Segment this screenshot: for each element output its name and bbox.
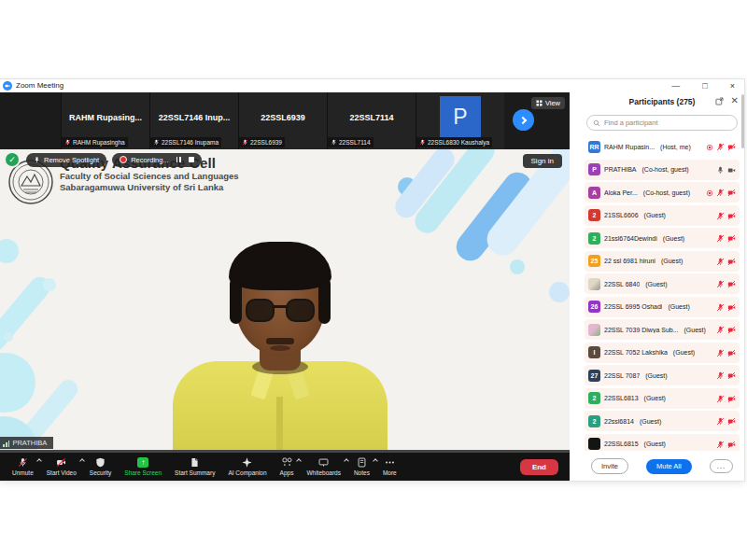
participant-row[interactable]: 2522 ssl 6981 hiruni(Guest): [585, 251, 740, 272]
participant-row[interactable]: I22SSL 7052 Lakshika(Guest): [585, 343, 740, 363]
speaker-video-feed: [170, 242, 390, 453]
recording-status-icon: [706, 184, 713, 201]
camera-off-icon[interactable]: [727, 230, 736, 246]
pause-recording-button[interactable]: [176, 157, 181, 162]
mic-off-icon[interactable]: [716, 436, 725, 452]
cam-off-icon: [56, 457, 66, 469]
minimize-button[interactable]: —: [671, 82, 680, 91]
participant-thumbnail[interactable]: 22SSL7146 Inup...22SSL7146 Inupama: [149, 92, 238, 149]
participant-row[interactable]: RRRAHM Rupasin...(Host, me): [585, 136, 740, 157]
participant-row[interactable]: AAloka Per...(Co-host, guest): [585, 182, 740, 203]
camera-off-icon[interactable]: [727, 207, 736, 224]
camera-off-icon[interactable]: [727, 275, 736, 292]
participant-row[interactable]: 222SSL6813(Guest): [585, 388, 740, 409]
stop-recording-button[interactable]: [189, 157, 194, 162]
mic-off-icon[interactable]: [716, 390, 725, 407]
start-video-button[interactable]: Start Video: [40, 453, 83, 481]
mic-off-icon: [18, 457, 28, 469]
mic-off-icon[interactable]: [716, 275, 725, 292]
end-meeting-button[interactable]: End: [520, 459, 558, 475]
camera-off-icon[interactable]: [727, 299, 736, 315]
mute-all-button[interactable]: Mute All: [646, 459, 692, 474]
participant-search[interactable]: [586, 115, 738, 131]
participant-row[interactable]: 222ssl6814(Guest): [585, 411, 740, 431]
mic-off-icon[interactable]: [716, 344, 725, 361]
thumbnail-name: RAHM Rupasing...: [69, 113, 142, 122]
sign-in-button[interactable]: Sign in: [523, 154, 562, 168]
search-input[interactable]: [604, 119, 731, 127]
panel-more-button[interactable]: ...: [710, 459, 733, 473]
camera-off-icon[interactable]: [727, 344, 736, 361]
close-button[interactable]: ×: [730, 82, 735, 91]
participant-avatar: 26: [588, 301, 600, 313]
unmute-button[interactable]: Unmute: [6, 453, 40, 481]
notes-button[interactable]: Notes: [347, 453, 376, 481]
participant-row[interactable]: 22SSL6815(Guest): [585, 434, 740, 452]
mic-on-icon[interactable]: [716, 161, 725, 178]
participant-row[interactable]: 2722SSL 7087(Guest): [585, 365, 740, 385]
remove-spotlight-button[interactable]: Remove Spotlight: [26, 153, 106, 167]
participant-thumbnail[interactable]: 22SSL693922SSL6939: [238, 92, 327, 149]
share-screen-button[interactable]: ↑Share Screen: [118, 453, 168, 481]
window-title: Zoom Meeting: [16, 81, 63, 90]
participant-row[interactable]: 2622SSL 6995 Oshadi(Guest): [585, 297, 740, 317]
apps-button[interactable]: Apps: [274, 453, 301, 481]
next-page-button[interactable]: [513, 109, 534, 131]
mic-off-icon[interactable]: [716, 230, 725, 246]
camera-off-icon[interactable]: [727, 436, 736, 452]
muted-mic-icon: [331, 139, 337, 147]
participant-list: RRRAHM Rupasin...(Host, me)PPRATHIBA(Co-…: [582, 136, 742, 451]
popout-icon[interactable]: [715, 97, 724, 105]
pin-icon: [34, 157, 40, 163]
chevron-right-icon: [518, 116, 526, 123]
ai-companion-button[interactable]: AI Companion: [221, 453, 273, 481]
participant-thumbnail[interactable]: 22SSL711422SSL7114: [327, 92, 416, 149]
participant-thumbnail[interactable]: P22SSL6830 Kaushalya: [416, 92, 504, 149]
view-button[interactable]: View: [531, 97, 565, 109]
participant-row[interactable]: 221ssl6764Dewindi(Guest): [585, 228, 740, 248]
camera-off-icon[interactable]: [727, 138, 736, 155]
mic-off-icon[interactable]: [716, 253, 725, 270]
mic-off-icon[interactable]: [716, 299, 725, 315]
participants-panel: Participants (275) ✕ RRRAHM Rupasin...(H…: [580, 92, 744, 481]
more-button[interactable]: More: [376, 453, 403, 481]
mic-off-icon[interactable]: [716, 367, 725, 384]
window-titlebar: Zoom Meeting — □ ×: [0, 79, 744, 92]
participant-thumbnail[interactable]: RAHM Rupasing...RAHM Rupasingha: [61, 92, 149, 149]
mic-off-icon[interactable]: [716, 207, 725, 224]
camera-off-icon[interactable]: [727, 321, 736, 338]
mic-off-icon[interactable]: [716, 138, 725, 155]
close-panel-icon[interactable]: ✕: [731, 96, 739, 105]
thumbnail-name: 22SSL6939: [261, 113, 305, 122]
decor-dot: [4, 332, 13, 342]
camera-off-icon[interactable]: [727, 253, 736, 270]
decor-dot: [43, 278, 56, 291]
thumbnail-name-label: RAHM Rupasingha: [62, 137, 128, 147]
security-button[interactable]: Security: [83, 453, 118, 481]
camera-off-icon[interactable]: [727, 367, 736, 384]
camera-off-icon[interactable]: [727, 413, 736, 429]
muted-mic-icon: [153, 139, 160, 147]
mic-off-icon[interactable]: [716, 413, 725, 429]
participant-row[interactable]: 22SSL 6840(Guest): [585, 273, 740, 294]
start-summary-button[interactable]: Start Summary: [168, 453, 221, 481]
participant-row[interactable]: PPRATHIBA(Co-host, guest): [585, 160, 740, 180]
zoom-app-icon: [3, 81, 12, 91]
participant-row[interactable]: 221SSL6606(Guest): [585, 205, 740, 226]
apps-icon: [282, 457, 292, 469]
mic-off-icon[interactable]: [716, 321, 725, 338]
mic-off-icon[interactable]: [716, 184, 725, 201]
participant-avatar: 2: [588, 415, 600, 427]
camera-off-icon[interactable]: [727, 390, 736, 407]
maximize-button[interactable]: □: [702, 82, 707, 91]
camera-off-icon[interactable]: [727, 184, 736, 201]
participant-avatar: 2: [588, 392, 600, 404]
list-scrollbar[interactable]: [741, 94, 744, 148]
video-bottom-edge: [0, 450, 570, 453]
recording-dot-icon: [120, 156, 127, 163]
invite-button[interactable]: Invite: [591, 458, 628, 474]
share-screen-icon: ↑: [137, 457, 148, 468]
whiteboards-button[interactable]: Whiteboards: [300, 453, 347, 481]
camera-on-icon[interactable]: [727, 161, 736, 178]
participant-row[interactable]: 22SSL 7039 Diwya Sub...(Guest): [585, 319, 740, 340]
